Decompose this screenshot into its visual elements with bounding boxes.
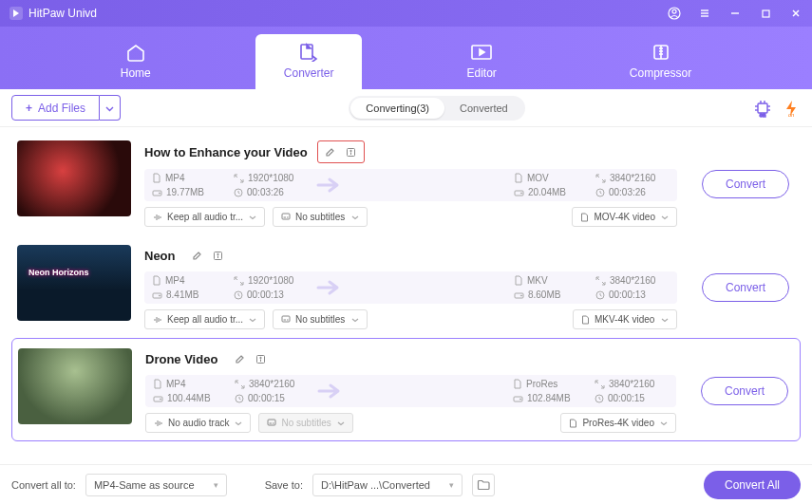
svg-point-47 [159,294,160,295]
add-files-group: + Add Files [11,95,121,121]
arrow-icon [315,177,344,194]
src-size: 8.41MB [152,289,226,300]
menu-icon[interactable] [698,7,711,20]
open-folder-button[interactable] [472,474,495,496]
add-files-label: Add Files [38,102,85,115]
svg-point-28 [350,150,351,151]
subtitle-select[interactable]: No subtitles [273,309,368,329]
audio-track-select[interactable]: Keep all audio tr... [144,207,265,227]
output-preset-select[interactable]: MOV-4K video [572,207,676,227]
svg-point-60 [260,357,261,358]
convert-all-to-select[interactable]: MP4-Same as source ▾ [85,474,227,496]
dst-duration: 00:00:13 [595,289,670,300]
convert-all-button[interactable]: Convert All [704,471,801,499]
close-icon[interactable] [789,7,803,20]
edit-icon[interactable] [231,350,248,367]
segment-converting[interactable]: Converting(3) [350,98,444,119]
editor-icon [469,42,494,63]
converter-icon [296,42,321,63]
output-preset-select[interactable]: MKV-4K video [573,309,677,329]
turbo-icon[interactable]: on [782,99,801,118]
add-files-dropdown[interactable] [100,95,121,121]
footer: Convert all to: MP4-Same as source ▾ Sav… [0,464,812,504]
item-details: Drone Video MP4 100.44MB 3840*2160 00:00… [145,348,676,433]
file-title: Neon [144,249,176,263]
svg-point-66 [519,398,520,399]
conversion-item[interactable]: How to Enhance your Video MP4 19.77MB 19… [11,131,801,235]
item-details: How to Enhance your Video MP4 19.77MB 19… [144,140,677,227]
minimize-icon[interactable] [728,7,742,20]
item-details: Neon MP4 8.41MB 1920*1080 00:00:13 [144,245,677,329]
save-to-select[interactable]: D:\HitPaw ...\Converted ▾ [312,474,463,496]
src-duration: 00:00:13 [234,289,308,300]
convert-button[interactable]: Convert [701,377,788,405]
video-thumbnail[interactable] [17,140,131,216]
tab-compressor[interactable]: Compressor [601,34,720,89]
edit-icon-group [227,348,273,369]
src-format: MP4 [152,275,226,286]
dst-duration: 00:00:15 [595,393,669,403]
info-icon[interactable] [343,143,360,160]
save-to-value: D:\HitPaw ...\Converted [321,479,430,491]
convert-all-to-label: Convert all to: [11,479,76,491]
svg-point-63 [160,398,161,399]
maximize-icon[interactable] [759,7,772,20]
src-format: MP4 [153,379,227,389]
segment-converted[interactable]: Converted [444,98,523,119]
chevron-down-icon: ▾ [214,480,218,490]
svg-rect-6 [763,10,769,17]
file-title: Drone Video [145,352,217,366]
tab-label: Compressor [630,66,691,80]
svg-rect-40 [282,214,290,219]
dst-size: 102.84MB [513,393,587,403]
audio-track-select[interactable]: No audio track [145,413,251,433]
audio-track-select[interactable]: Keep all audio tr... [144,309,265,329]
plus-icon: + [26,102,32,115]
home-icon [123,42,148,63]
svg-rect-56 [282,316,290,322]
svg-rect-72 [268,420,275,425]
add-files-button[interactable]: + Add Files [11,95,100,121]
hardware-accel-icon[interactable]: on [753,99,772,118]
dst-size: 8.60MB [514,289,588,300]
video-thumbnail[interactable] [18,348,132,424]
main-tabs: Home Converter Editor Compressor [0,27,812,89]
dst-resolution: 3840*2160 [595,379,669,389]
subtitle-select[interactable]: No subtitles [273,207,368,227]
info-icon[interactable] [210,247,227,264]
dst-format: MOV [514,173,588,183]
info-icon[interactable] [252,350,269,367]
src-duration: 00:03:26 [234,187,308,197]
tab-editor[interactable]: Editor [438,34,524,89]
conversion-item[interactable]: Neon MP4 8.41MB 1920*1080 00:00:13 [11,235,801,338]
svg-text:on: on [788,112,795,118]
src-resolution: 3840*2160 [235,379,309,389]
output-preset-select[interactable]: ProRes-4K video [560,413,676,433]
app-logo-icon [9,7,23,20]
src-size: 100.44MB [153,393,227,403]
tab-home[interactable]: Home [92,34,179,89]
edit-icon[interactable] [322,143,339,160]
titlebar: HitPaw Univd [0,0,812,27]
tab-converter[interactable]: Converter [255,34,363,89]
dst-format: MKV [514,275,588,286]
account-icon[interactable] [668,7,681,20]
media-info-row: MP4 19.77MB 1920*1080 00:03:26 MOV 20.04… [144,169,677,201]
convert-button[interactable]: Convert [702,273,789,302]
tab-label: Converter [284,66,334,80]
video-thumbnail[interactable] [17,245,131,321]
svg-point-1 [672,9,676,13]
dst-resolution: 3840*2160 [595,173,670,183]
src-resolution: 1920*1080 [234,275,308,286]
convert-button[interactable]: Convert [702,170,789,198]
arrow-icon [316,383,345,400]
save-to-label: Save to: [265,479,303,491]
app-name: HitPaw Univd [28,7,97,20]
conversion-item[interactable]: Drone Video MP4 100.44MB 3840*2160 00:00… [11,338,801,441]
edit-icon-group [185,245,231,266]
tab-label: Editor [466,66,496,80]
edit-icon[interactable] [189,247,206,264]
dst-duration: 00:03:26 [595,187,670,197]
svg-text:on: on [760,112,766,118]
src-size: 19.77MB [152,187,226,197]
